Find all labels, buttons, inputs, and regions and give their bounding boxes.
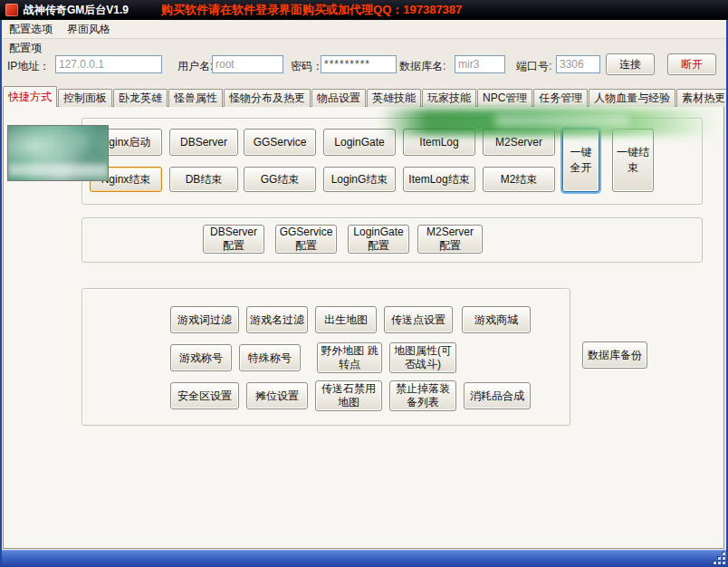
consumable-craft-button[interactable]: 消耗品合成 — [464, 382, 531, 409]
wild-map-jump-button[interactable]: 野外地图 跳转点 — [317, 342, 382, 373]
game-mall-button[interactable]: 游戏商城 — [462, 306, 531, 333]
tab-monster-distribution[interactable]: 怪物分布及热更 — [224, 89, 311, 107]
stall-settings-button[interactable]: 摊位设置 — [246, 382, 308, 409]
map-attribute-button[interactable]: 地图属性(可否战斗) — [389, 342, 456, 373]
drop-ban-list-button[interactable]: 禁止掉落装备列表 — [389, 380, 456, 411]
menu-ui-style[interactable]: 界面风格 — [60, 20, 118, 39]
resize-grip[interactable] — [714, 553, 726, 565]
game-title-button[interactable]: 游戏称号 — [170, 344, 232, 371]
logingate-stop-button[interactable]: LoginG结束 — [323, 167, 396, 192]
tab-monster-attributes[interactable]: 怪兽属性 — [168, 89, 223, 107]
tab-hero-skills[interactable]: 英雄技能 — [367, 89, 421, 107]
logingate-start-button[interactable]: LoginGate — [323, 129, 396, 156]
status-bar — [0, 550, 728, 567]
db-backup-button[interactable]: 数据库备份 — [582, 341, 647, 369]
tab-material-update[interactable]: 素材热更 — [676, 89, 728, 107]
logingate-config-button[interactable]: LoginGate 配置 — [348, 225, 409, 254]
dbserver-start-button[interactable]: DBServer — [169, 129, 238, 156]
menu-bar: 配置选项 界面风格 — [2, 20, 726, 39]
teleport-stone-ban-button[interactable]: 传送石禁用地图 — [315, 380, 382, 411]
menu-config-options[interactable]: 配置选项 — [2, 20, 60, 39]
app-window: 战神传奇GM后台V1.9 购买软件请在软件登录界面购买或加代理QQ：197387… — [0, 0, 728, 567]
birth-map-button[interactable]: 出生地图 — [315, 306, 377, 333]
start-all-button[interactable]: 一键全开 — [562, 129, 599, 192]
tab-hp-exp[interactable]: 人物血量与经验 — [589, 89, 675, 107]
tab-wolong-hero[interactable]: 卧龙英雄 — [113, 89, 168, 107]
m2server-stop-button[interactable]: M2结束 — [483, 167, 555, 192]
port-label: 端口号: — [516, 59, 551, 74]
connect-button[interactable]: 连接 — [606, 53, 655, 75]
database-input[interactable] — [455, 55, 505, 73]
database-label: 数据库名: — [399, 59, 445, 74]
watermark-band — [8, 164, 108, 177]
tab-shortcuts[interactable]: 快捷方式 — [3, 86, 57, 107]
disconnect-button[interactable]: 断开 — [667, 53, 716, 75]
ip-input[interactable] — [55, 55, 162, 73]
tab-bar: 快捷方式 控制面板 卧龙英雄 怪兽属性 怪物分布及热更 物品设置 英雄技能 玩家… — [3, 86, 728, 107]
stop-all-button[interactable]: 一键结束 — [612, 129, 654, 192]
port-input[interactable] — [556, 55, 600, 73]
app-icon — [5, 4, 18, 16]
tab-player-skills[interactable]: 玩家技能 — [422, 89, 476, 107]
tab-item-settings[interactable]: 物品设置 — [311, 89, 366, 107]
tab-npc-manage[interactable]: NPC管理 — [477, 89, 532, 107]
m2server-start-button[interactable]: M2Server — [483, 129, 555, 156]
title-bar[interactable]: 战神传奇GM后台V1.9 购买软件请在软件登录界面购买或加代理QQ：197387… — [0, 0, 728, 20]
name-filter-button[interactable]: 游戏名过滤 — [246, 306, 308, 333]
dbserver-stop-button[interactable]: DB结束 — [169, 167, 238, 192]
password-input[interactable] — [321, 55, 397, 73]
tab-control-panel[interactable]: 控制面板 — [58, 89, 112, 107]
teleport-point-button[interactable]: 传送点设置 — [384, 306, 453, 333]
username-label: 用户名: — [177, 59, 213, 74]
username-input[interactable] — [212, 55, 283, 73]
ggservice-config-button[interactable]: GGService 配置 — [275, 225, 337, 254]
itemlog-start-button[interactable]: ItemLog — [403, 129, 475, 156]
tab-task-manage[interactable]: 任务管理 — [533, 89, 588, 107]
preview-image — [7, 125, 109, 181]
itemlog-stop-button[interactable]: ItemLog结束 — [403, 167, 475, 192]
ggservice-stop-button[interactable]: GG结束 — [244, 167, 316, 192]
purchase-notice: 购买软件请在软件登录界面购买或加代理QQ：197387387 — [161, 2, 462, 18]
m2server-config-button[interactable]: M2Server 配置 — [417, 225, 483, 254]
window-border-left — [0, 20, 2, 567]
ggservice-start-button[interactable]: GGService — [244, 129, 316, 156]
dbserver-config-button[interactable]: DBServer 配置 — [203, 225, 264, 254]
special-title-button[interactable]: 特殊称号 — [239, 344, 301, 371]
config-section-label: 配置项 — [9, 41, 42, 56]
window-title: 战神传奇GM后台V1.9 — [24, 3, 129, 18]
ip-label: IP地址： — [7, 59, 50, 74]
safe-zone-button[interactable]: 安全区设置 — [170, 382, 239, 409]
password-label: 密码： — [291, 59, 323, 74]
word-filter-button[interactable]: 游戏词过滤 — [170, 306, 239, 333]
